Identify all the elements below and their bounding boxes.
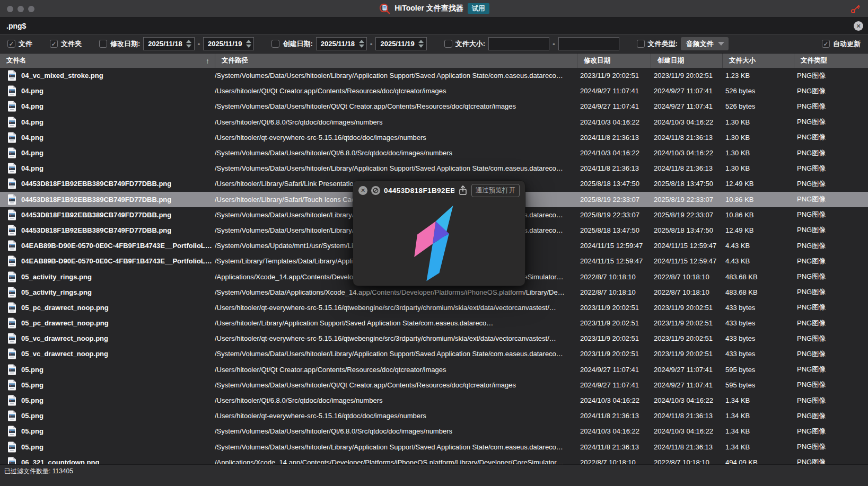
file-size-cell: 12.49 KB <box>722 223 794 238</box>
created-date-checkbox[interactable]: ✓ <box>271 40 279 48</box>
created-date-to-field[interactable]: 2025/11/19 <box>375 37 426 50</box>
modified-date-to-field[interactable]: 2025/11/19 <box>203 37 254 50</box>
file-name-text: 04.png <box>21 102 43 110</box>
file-size-checkbox[interactable]: ✓ <box>444 40 452 48</box>
file-size-cell: 1.23 KB <box>722 68 794 83</box>
table-row[interactable]: 06_321_countdown.png/Applications/Xcode_… <box>0 455 868 464</box>
table-row[interactable]: 04_vc_mixed_stroke.png/System/Volumes/Da… <box>0 68 868 83</box>
table-row[interactable]: 04.png/System/Volumes/Data/Users/hitoole… <box>0 99 868 114</box>
modified-date-cell: 2022/8/7 10:18:10 <box>577 285 651 300</box>
table-row[interactable]: 05.png/Users/hitooler/Qt/6.8.0/Src/qtdoc… <box>0 393 868 408</box>
file-name-cell: 05.png <box>0 377 215 393</box>
file-type-cell: PNG图像 <box>794 269 868 284</box>
file-name-cell: 05_pc_drawrect_noop.png <box>0 315 215 331</box>
table-row[interactable]: 04.png/Users/hitooler/qt-everywhere-src-… <box>0 130 868 145</box>
preview-block-icon[interactable] <box>371 186 380 195</box>
file-size-cell: 433 bytes <box>722 331 794 346</box>
created-date-cell: 2024/11/15 12:59:47 <box>651 253 722 269</box>
file-type-cell: PNG图像 <box>794 223 868 238</box>
search-input[interactable] <box>0 17 868 34</box>
open-in-preview-button[interactable]: 通过预览打开 <box>471 184 520 197</box>
created-date-cell: 2024/11/8 21:36:13 <box>651 130 722 145</box>
table-row[interactable]: 05.png/System/Volumes/Data/Users/hitoole… <box>0 377 868 393</box>
close-window-button[interactable] <box>7 6 13 12</box>
file-name-cell: 05_vc_drawrect_noop.png <box>0 346 215 361</box>
file-name-cell: 04.png <box>0 130 215 145</box>
file-path-cell: /System/Volumes/Data/Users/hitooler/Libr… <box>215 68 577 83</box>
date-stepper[interactable] <box>186 38 194 50</box>
file-path-cell: /Applications/Xcode_14.app/Contents/Deve… <box>215 455 577 464</box>
file-size-max-input[interactable] <box>558 37 619 50</box>
column-header-type[interactable]: 文件类型 <box>794 54 868 68</box>
file-checkbox-label: 文件 <box>19 39 32 49</box>
table-row[interactable]: 05.png/System/Volumes/Data/Users/hitoole… <box>0 423 868 439</box>
created-date-cell: 2025/8/18 13:47:50 <box>651 223 722 238</box>
modified-date-checkbox[interactable]: ✓ <box>99 40 107 48</box>
file-name-cell: 05_activity_rings.png <box>0 269 215 284</box>
file-name-text: 04EAB89B-D90E-0570-0E0C-4FB9F1B4743E__Po… <box>21 257 212 265</box>
table-row[interactable]: 05_activity_rings.png/System/Volumes/Dat… <box>0 285 868 300</box>
table-row[interactable]: 04.png/Users/hitooler/Qt/Qt Creator.app/… <box>0 83 868 99</box>
file-path-cell: /Users/hitooler/Qt/6.8.0/Src/qtdoc/doc/i… <box>215 393 577 408</box>
file-name-cell: 05_pc_drawrect_noop.png <box>0 300 215 315</box>
date-stepper[interactable] <box>418 38 426 50</box>
modified-date-cell: 2024/11/15 12:59:47 <box>577 253 651 269</box>
column-header-filename[interactable]: 文件名 ↑ <box>0 54 215 68</box>
modified-date-cell: 2024/10/3 04:16:22 <box>577 423 651 439</box>
file-size-cell: 433 bytes <box>722 346 794 361</box>
file-type-cell: PNG图像 <box>794 145 868 161</box>
table-row[interactable]: 05_vc_drawrect_noop.png/Users/hitooler/q… <box>0 331 868 346</box>
file-name-text: 04453D818F1B92EBB389CB749FD77DBB.png <box>21 180 171 188</box>
table-row[interactable]: 04.png/Users/hitooler/Qt/6.8.0/Src/qtdoc… <box>0 114 868 130</box>
png-file-icon <box>7 317 16 329</box>
minimize-window-button[interactable] <box>17 6 24 12</box>
clear-search-icon[interactable]: ✕ <box>854 21 863 31</box>
modified-date-cell: 2022/8/7 10:18:10 <box>577 455 651 464</box>
column-header-created[interactable]: 创建日期 <box>651 54 722 68</box>
created-date-cell: 2022/8/7 10:18:10 <box>651 455 722 464</box>
png-file-icon <box>7 395 16 406</box>
modified-date-cell: 2024/9/27 11:07:41 <box>577 83 651 99</box>
file-type-dropdown[interactable]: 音频文件 <box>681 37 729 50</box>
file-path-cell: /System/Volumes/Data/Users/hitooler/Qt/6… <box>215 423 577 439</box>
table-row[interactable]: 05_pc_drawrect_noop.png/Users/hitooler/q… <box>0 300 868 315</box>
file-checkbox[interactable]: ✓ <box>7 40 15 48</box>
table-row[interactable]: 05.png/System/Volumes/Data/Users/hitoole… <box>0 439 868 455</box>
created-date-cell: 2024/9/27 11:07:41 <box>651 377 722 393</box>
date-stepper[interactable] <box>245 38 253 50</box>
column-header-size[interactable]: 文件大小 <box>722 54 794 68</box>
modified-date-cell: 2022/8/7 10:18:10 <box>577 269 651 284</box>
file-name-cell: 05_activity_rings.png <box>0 285 215 300</box>
modified-date-cell: 2024/11/15 12:59:47 <box>577 238 651 253</box>
zoom-window-button[interactable] <box>28 6 34 12</box>
trial-badge[interactable]: 试用 <box>468 3 489 14</box>
file-name-cell: 06_321_countdown.png <box>0 455 215 464</box>
auto-update-checkbox[interactable]: ✓ <box>822 40 830 48</box>
table-row[interactable]: 05.png/Users/hitooler/qt-everywhere-src-… <box>0 408 868 423</box>
license-key-icon[interactable] <box>850 4 861 14</box>
folder-checkbox[interactable]: ✓ <box>50 40 58 48</box>
date-stepper[interactable] <box>358 38 366 50</box>
file-type-cell: PNG图像 <box>794 285 868 300</box>
column-header-filepath[interactable]: 文件路径 <box>215 54 577 68</box>
file-size-cell: 483.68 KB <box>722 285 794 300</box>
file-name-text: 04.png <box>21 134 43 142</box>
folder-checkbox-label: 文件夹 <box>61 39 82 49</box>
table-row[interactable]: 04.png/System/Volumes/Data/Users/hitoole… <box>0 161 868 176</box>
table-row[interactable]: 05_vc_drawrect_noop.png/System/Volumes/D… <box>0 346 868 361</box>
share-icon[interactable] <box>458 185 468 196</box>
modified-date-from-field[interactable]: 2025/11/18 <box>143 37 194 50</box>
file-size-min-input[interactable] <box>488 37 549 50</box>
created-date-from-field[interactable]: 2025/11/18 <box>316 37 367 50</box>
file-name-text: 04.png <box>21 118 43 126</box>
table-row[interactable]: 05_pc_drawrect_noop.png/Users/hitooler/L… <box>0 315 868 331</box>
preview-close-icon[interactable]: ✕ <box>358 186 367 195</box>
file-path-cell: /System/Volumes/Data/Users/hitooler/Qt/Q… <box>215 99 577 114</box>
table-row[interactable]: 05.png/Users/hitooler/Qt/Qt Creator.app/… <box>0 362 868 377</box>
table-row[interactable]: 04.png/System/Volumes/Data/Users/hitoole… <box>0 145 868 161</box>
column-header-modified[interactable]: 修改日期 <box>577 54 651 68</box>
file-name-cell: 04.png <box>0 83 215 99</box>
file-name-text: 04.png <box>21 164 43 172</box>
png-file-icon <box>7 178 16 189</box>
file-type-checkbox[interactable]: ✓ <box>637 40 645 48</box>
